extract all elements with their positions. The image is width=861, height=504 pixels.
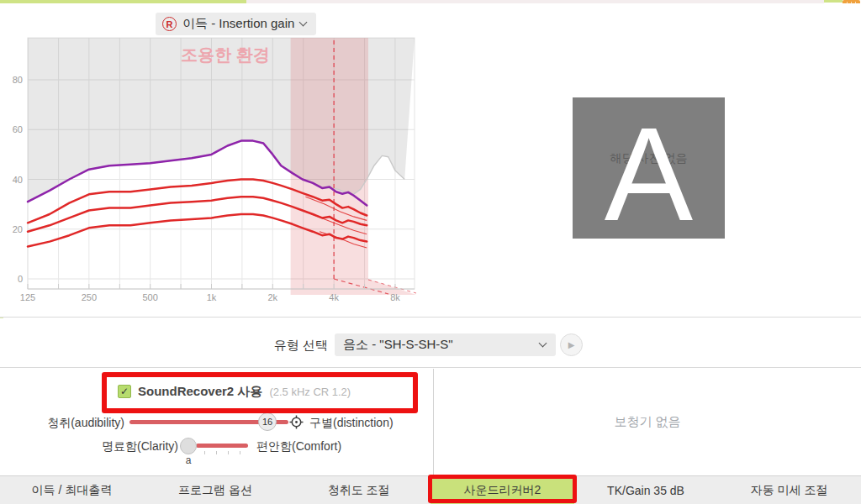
slider-tick xyxy=(228,451,229,454)
insertion-gain-chart: 1252505001k2k4k8k020406080조용한 환경 xyxy=(0,0,437,318)
play-stimulus-button[interactable]: ▶ xyxy=(560,333,583,356)
bottom-tab-bar: 이득 / 최대출력 프로그램 옵션 청취도 조절 사운드리커버2 TK/Gain… xyxy=(0,475,861,504)
clarity-label: 명료함(Clarity) xyxy=(84,439,178,454)
soundrecover2-checkbox-row: SoundRecover2 사용 (2.5 kHz CR 1.2) xyxy=(138,384,351,400)
y-tick-label: 20 xyxy=(13,224,23,234)
slider-tick xyxy=(216,451,217,454)
chevron-down-icon xyxy=(299,18,308,27)
soundrecover-band xyxy=(291,38,368,279)
y-tick-label: 40 xyxy=(13,175,23,185)
type-select-label: 유형 선택 xyxy=(244,338,328,354)
stimulus-type-value: 음소 - "SH-S-SH-S" xyxy=(343,337,540,353)
target-crosshair-icon xyxy=(289,415,304,429)
slider-tick xyxy=(240,451,240,454)
placeholder-letter: A xyxy=(573,97,725,239)
x-tick-label: 4k xyxy=(329,292,339,302)
slider-tick xyxy=(204,451,205,454)
right-ear-icon: R xyxy=(162,17,177,31)
audibility-slider-handle[interactable]: 16 xyxy=(258,412,277,431)
tab-soundrecover2[interactable]: 사운드리커버2 xyxy=(430,476,574,504)
comfort-label: 편안함(Comfort) xyxy=(256,439,341,454)
tab-gain-mpo[interactable]: 이득 / 최대출력 xyxy=(0,476,144,504)
soundrecover2-checkbox[interactable]: ✓ xyxy=(118,385,131,398)
y-tick-label: 60 xyxy=(13,124,23,134)
soundrecover2-label: SoundRecover2 사용 xyxy=(138,384,262,400)
hearing-aid-photo-placeholder: 해당 사진 없음 A xyxy=(573,97,725,239)
no-hearing-aid-message: 보청기 없음 xyxy=(434,369,861,475)
clarity-marker-label: a xyxy=(182,454,195,466)
audibility-label: 청취(audibility) xyxy=(34,416,124,431)
clarity-slider-handle[interactable] xyxy=(180,438,197,454)
chevron-down-icon xyxy=(539,339,547,348)
clarity-slider-track[interactable] xyxy=(196,444,248,448)
tab-auto-fine-tuning[interactable]: 자동 미세 조절 xyxy=(717,476,861,504)
fitting-app-window: 1252505001k2k4k8k020406080조용한 환경 R 이득 - … xyxy=(0,0,861,504)
tab-program-options[interactable]: 프로그램 옵션 xyxy=(144,476,288,504)
stimulus-type-dropdown[interactable]: 음소 - "SH-S-SH-S" xyxy=(335,333,556,356)
y-tick-label: 80 xyxy=(13,75,23,85)
x-tick-label: 1k xyxy=(207,292,217,302)
x-tick-label: 500 xyxy=(142,292,157,302)
window-top-edge-green-right xyxy=(824,0,843,3)
x-tick-label: 250 xyxy=(82,292,97,302)
curve-view-label: 이득 - Insertion gain xyxy=(182,16,294,32)
curve-view-selector[interactable]: R 이득 - Insertion gain xyxy=(156,13,316,35)
x-tick-label: 125 xyxy=(20,292,35,302)
x-tick-label: 8k xyxy=(390,292,400,302)
chart-title: 조용한 환경 xyxy=(181,45,270,64)
x-tick-label: 2k xyxy=(268,292,278,302)
tab-audibility-adjust[interactable]: 청취도 조절 xyxy=(287,476,430,504)
soundrecover2-settings-summary: (2.5 kHz CR 1.2) xyxy=(269,386,351,398)
tab-tk-gain[interactable]: TK/Gain 35 dB xyxy=(574,476,718,504)
y-tick-label: 0 xyxy=(18,274,23,284)
distinction-label: 구별(distinction) xyxy=(309,416,394,431)
